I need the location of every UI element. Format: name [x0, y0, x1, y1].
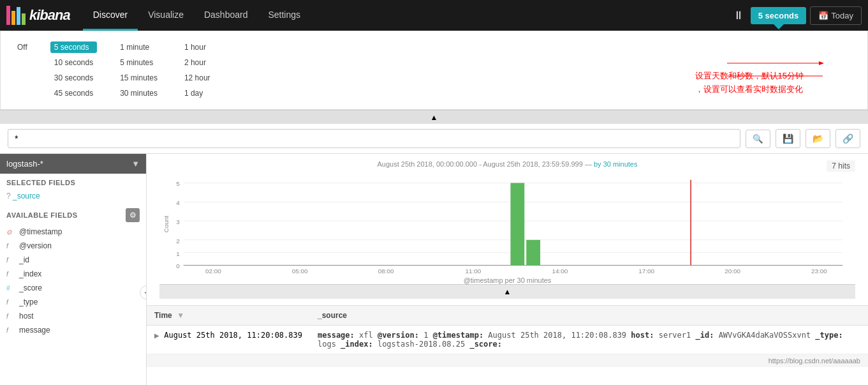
nav-dashboard[interactable]: Dashboard: [194, 0, 258, 31]
col-time-label: Time: [154, 311, 172, 320]
field-type-label: _type:: [815, 331, 842, 340]
field-name-id: _id: [19, 255, 29, 264]
calendar-icon: 📅: [818, 11, 828, 20]
refresh-30m[interactable]: 30 minutes: [116, 87, 161, 99]
refresh-col-1: 5 seconds 10 seconds 30 seconds 45 secon…: [50, 42, 97, 99]
load-icon: 📂: [813, 133, 823, 144]
col-source-label: _source: [318, 311, 347, 320]
x-tick-1400: 14:00: [552, 268, 568, 275]
by-minutes-link[interactable]: by 30 minutes: [594, 160, 637, 168]
source-cell: message: xfl @version: 1 @timestamp: Aug…: [310, 326, 868, 354]
bar-1: [510, 183, 524, 266]
field-badge-message: f: [6, 327, 15, 334]
chart-svg: Count 5 4 3 2 1 0: [159, 173, 855, 275]
refresh-12h[interactable]: 12 hour: [180, 72, 214, 84]
y-tick-2: 2: [176, 238, 180, 245]
load-search-button[interactable]: 📂: [805, 129, 830, 148]
x-axis-label: @timestamp per 30 minutes: [159, 276, 855, 284]
x-tick-0800: 08:00: [378, 268, 394, 275]
index-pattern: logstash-*: [6, 159, 43, 169]
field-message-label: message:: [318, 331, 355, 340]
main-nav: Discover Visualize Dashboard Settings: [83, 0, 311, 31]
field-index[interactable]: f _index: [0, 267, 146, 281]
share-icon: 🔗: [842, 133, 853, 144]
today-label: Today: [831, 11, 853, 20]
collapse-bar[interactable]: ▲: [0, 110, 868, 124]
field-name-message: message: [19, 326, 50, 335]
y-axis-label: Count: [163, 216, 170, 233]
y-tick-3: 3: [176, 218, 180, 225]
y-tick-1: 1: [176, 250, 180, 257]
source-item[interactable]: _source: [0, 189, 146, 203]
gear-button[interactable]: ⚙: [126, 208, 140, 222]
field-name-version: @version: [19, 241, 52, 250]
refresh-5m[interactable]: 5 minutes: [116, 57, 161, 68]
sidebar-chevron[interactable]: ▼: [131, 159, 140, 169]
refresh-30s[interactable]: 30 seconds: [50, 72, 97, 84]
chevron-up-icon: ▲: [430, 113, 438, 122]
logo-bar-4: [22, 13, 26, 25]
field-id[interactable]: f _id: [0, 253, 146, 267]
search-button[interactable]: 🔍: [746, 130, 770, 148]
field-score[interactable]: # _score: [0, 281, 146, 295]
field-timestamp[interactable]: ⊙ @timestamp: [0, 225, 146, 239]
nav-settings[interactable]: Settings: [258, 0, 311, 31]
search-icon: 🔍: [753, 134, 763, 144]
field-badge-score: #: [6, 285, 15, 292]
refresh-col-3: 1 hour 2 hour 12 hour 1 day: [180, 42, 214, 99]
available-fields-label: Available Fields: [6, 211, 77, 219]
row-time: August 25th 2018, 11:20:08.839: [164, 331, 302, 340]
refresh-1m[interactable]: 1 minute: [116, 42, 161, 53]
nav-visualize[interactable]: Visualize: [138, 0, 194, 31]
refresh-5s[interactable]: 5 seconds: [50, 42, 97, 53]
annotation: 设置天数和秒数，默认15分钟 ，设置可以查看实时数据变化: [695, 70, 804, 96]
refresh-1d[interactable]: 1 day: [180, 87, 214, 99]
nav-discover[interactable]: Discover: [83, 0, 138, 31]
kibana-text: kibana: [29, 7, 70, 24]
share-button[interactable]: 🔗: [835, 129, 860, 148]
annotation-text: 设置天数和秒数，默认15分钟 ，设置可以查看实时数据变化: [695, 70, 804, 96]
field-index-val: logstash-2018.08.25: [378, 340, 470, 349]
expand-button[interactable]: ▶: [154, 332, 159, 339]
search-bar: 🔍 💾 📂 🔗: [0, 124, 868, 154]
field-type-val: logs: [318, 340, 341, 349]
field-type[interactable]: f _type: [0, 295, 146, 309]
field-name-timestamp: @timestamp: [19, 227, 63, 236]
field-host[interactable]: f host: [0, 309, 146, 323]
chart-collapse-btn[interactable]: ▲: [159, 284, 855, 299]
field-message[interactable]: f message: [0, 323, 146, 337]
field-timestamp-val: August 25th 2018, 11:20:08.839: [488, 331, 631, 340]
field-badge-version: f: [6, 243, 15, 250]
save-search-button[interactable]: 💾: [776, 129, 800, 148]
field-badge-id: f: [6, 257, 15, 264]
refresh-15m[interactable]: 15 minutes: [116, 72, 161, 84]
search-input[interactable]: [8, 129, 740, 148]
field-timestamp-label: @timestamp:: [433, 331, 483, 340]
date-range: August 25th 2018, 00:00:00.000 - August …: [378, 160, 583, 168]
refresh-interval-button[interactable]: 5 seconds: [751, 7, 807, 24]
sidebar: logstash-* ▼ Selected Fields _source Ava…: [0, 154, 147, 385]
refresh-1h[interactable]: 1 hour: [180, 42, 214, 53]
refresh-off[interactable]: Off: [13, 42, 31, 99]
kibana-logo: kibana: [6, 6, 70, 25]
field-host-label: host:: [631, 331, 654, 340]
field-id-val: AWVvGKA4daKaVOSSxvnt: [719, 331, 816, 340]
field-badge-type: f: [6, 299, 15, 306]
field-name-index: _index: [19, 269, 41, 278]
time-range-button[interactable]: 📅 Today: [810, 6, 862, 25]
logo-bar-1: [6, 6, 10, 25]
footer-link[interactable]: https://blog.csdn.net/aaaaaab: [147, 354, 868, 367]
field-host-val: server1: [659, 331, 696, 340]
y-tick-0: 0: [176, 262, 180, 269]
refresh-10s[interactable]: 10 seconds: [50, 57, 97, 68]
save-icon: 💾: [783, 133, 793, 144]
field-version[interactable]: f @version: [0, 239, 146, 253]
y-tick-4: 4: [176, 199, 180, 206]
refresh-2h[interactable]: 2 hour: [180, 57, 214, 68]
available-fields-header: Available Fields ⚙: [0, 203, 146, 225]
bar-2: [526, 240, 540, 266]
refresh-45s[interactable]: 45 seconds: [50, 87, 97, 99]
pause-button[interactable]: ⏸: [730, 6, 747, 25]
col-time[interactable]: Time ▼: [147, 306, 310, 326]
chart-header: August 25th 2018, 00:00:00.000 - August …: [159, 160, 855, 168]
